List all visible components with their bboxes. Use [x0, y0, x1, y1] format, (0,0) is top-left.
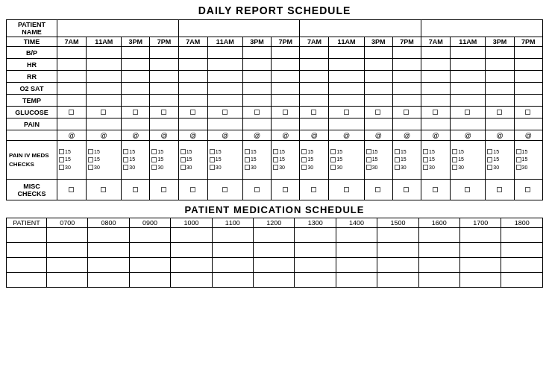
pain-iv-check[interactable]: 151530 — [122, 141, 150, 180]
bp-cell[interactable] — [514, 47, 542, 59]
medication-table: PATIENT 0700 0800 0900 1000 1100 1200 13… — [6, 218, 543, 288]
bp-cell[interactable] — [392, 47, 421, 59]
time-3pm-1: 3PM — [122, 37, 150, 47]
pain-iv-check[interactable]: 151530 — [451, 141, 486, 180]
bp-cell[interactable] — [178, 47, 207, 59]
main-title: DAILY REPORT SCHEDULE — [6, 4, 543, 16]
med-col-1500: 1500 — [377, 218, 418, 228]
time-11am-2: 11AM — [207, 37, 242, 47]
bp-label: B/P — [7, 47, 57, 59]
med-col-1400: 1400 — [336, 218, 377, 228]
at-symbol: @ — [451, 130, 486, 141]
pain-iv-check[interactable]: 151530 — [178, 141, 207, 180]
bp-cell[interactable] — [207, 47, 242, 59]
at-symbol: @ — [207, 130, 242, 141]
pain-iv-check[interactable]: 151530 — [486, 141, 514, 180]
med-row — [7, 273, 543, 288]
at-symbol: @ — [364, 130, 392, 141]
time-11am-3: 11AM — [329, 37, 364, 47]
med-col-patient: PATIENT — [7, 218, 47, 228]
pain-iv-check[interactable]: 151530 — [364, 141, 392, 180]
time-7am-3: 7AM — [300, 37, 329, 47]
at-symbol: @ — [421, 130, 451, 141]
pain-iv-check[interactable]: 151530 — [421, 141, 451, 180]
at-symbol: @ — [178, 130, 207, 141]
daily-report-table: PATIENT NAME TIME 7AM 11AM 3PM 7PM 7AM 1… — [6, 19, 543, 200]
med-col-0800: 0800 — [88, 218, 129, 228]
temp-label: TEMP — [7, 95, 57, 107]
bp-cell[interactable] — [486, 47, 514, 59]
at-symbol: @ — [329, 130, 364, 141]
at-symbol: @ — [300, 130, 329, 141]
bp-cell[interactable] — [242, 47, 271, 59]
patient-name-label: PATIENT NAME — [7, 20, 57, 37]
bp-cell[interactable] — [57, 47, 87, 59]
med-col-1100: 1100 — [212, 218, 253, 228]
med-col-1800: 1800 — [501, 218, 543, 228]
bp-cell[interactable] — [150, 47, 178, 59]
med-row — [7, 258, 543, 273]
at-symbol: @ — [392, 130, 421, 141]
o2sat-label: O2 SAT — [7, 83, 57, 95]
at-symbol: @ — [57, 130, 87, 141]
bp-cell[interactable] — [364, 47, 392, 59]
time-7pm-1: 7PM — [150, 37, 178, 47]
time-7pm-3: 7PM — [392, 37, 421, 47]
bp-cell[interactable] — [122, 47, 150, 59]
med-col-1600: 1600 — [418, 218, 459, 228]
bp-cell[interactable] — [87, 47, 122, 59]
time-7am-2: 7AM — [178, 37, 207, 47]
at-symbol: @ — [150, 130, 178, 141]
pain-label: PAIN — [7, 118, 57, 130]
time-11am-1: 11AM — [87, 37, 122, 47]
pain-iv-check[interactable]: 151530 — [57, 141, 87, 180]
med-col-1000: 1000 — [171, 218, 212, 228]
pain-iv-check[interactable]: 151530 — [242, 141, 271, 180]
pain-iv-label: PAIN IV MEDSCHECKS — [7, 141, 57, 180]
med-col-0700: 0700 — [47, 218, 88, 228]
at-symbol: @ — [242, 130, 271, 141]
time-7pm-4: 7PM — [514, 37, 542, 47]
med-col-0900: 0900 — [129, 218, 170, 228]
med-title: PATIENT MEDICATION SCHEDULE — [6, 204, 543, 215]
med-row — [7, 228, 543, 243]
time-11am-4: 11AM — [451, 37, 486, 47]
misc-label: MISCCHECKS — [7, 180, 57, 200]
at-symbol: @ — [486, 130, 514, 141]
pain-iv-check[interactable]: 151530 — [272, 141, 300, 180]
time-3pm-3: 3PM — [364, 37, 392, 47]
pain-iv-check[interactable]: 151530 — [207, 141, 242, 180]
bp-cell[interactable] — [329, 47, 364, 59]
bp-cell[interactable] — [272, 47, 300, 59]
pain-iv-check[interactable]: 151530 — [87, 141, 122, 180]
pain-iv-check[interactable]: 151530 — [514, 141, 542, 180]
med-col-1300: 1300 — [295, 218, 336, 228]
med-row — [7, 243, 543, 258]
med-col-1200: 1200 — [254, 218, 295, 228]
at-symbol: @ — [272, 130, 300, 141]
med-col-1700: 1700 — [460, 218, 501, 228]
time-7am-4: 7AM — [421, 37, 451, 47]
at-symbol: @ — [87, 130, 122, 141]
at-symbol: @ — [514, 130, 542, 141]
pain-iv-check[interactable]: 151530 — [392, 141, 421, 180]
pain-iv-check[interactable]: 151530 — [150, 141, 178, 180]
pain-iv-check[interactable]: 151530 — [329, 141, 364, 180]
glucose-label: GLUCOSE — [7, 107, 57, 118]
hr-label: HR — [7, 59, 57, 71]
time-3pm-2: 3PM — [242, 37, 271, 47]
time-3pm-4: 3PM — [486, 37, 514, 47]
at-symbol: @ — [122, 130, 150, 141]
time-7pm-2: 7PM — [272, 37, 300, 47]
at-label-cell — [7, 130, 57, 141]
bp-cell[interactable] — [300, 47, 329, 59]
bp-cell[interactable] — [451, 47, 486, 59]
rr-label: RR — [7, 71, 57, 83]
time-7am-1: 7AM — [57, 37, 87, 47]
bp-cell[interactable] — [421, 47, 451, 59]
time-label: TIME — [7, 37, 57, 47]
pain-iv-check[interactable]: 151530 — [300, 141, 329, 180]
